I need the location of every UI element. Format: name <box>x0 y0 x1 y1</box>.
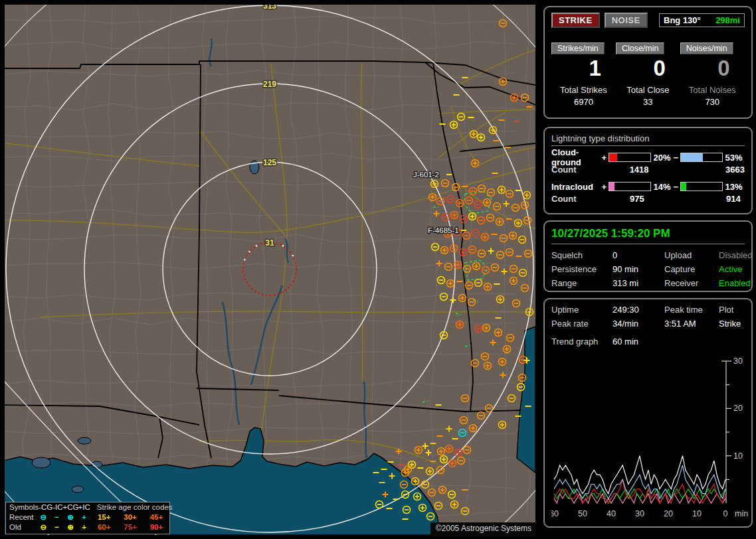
status-value: 0 <box>613 250 664 260</box>
session-panel: Uptime 249:30 Peak time Plot Peak rate 3… <box>543 298 753 528</box>
peak-time-label: Peak time <box>664 305 719 315</box>
cg-pos-count: 1418 <box>619 165 725 177</box>
legend-old-label: Old <box>6 522 37 532</box>
cloud-ground-count-row: Count 1418 3663 <box>551 165 745 177</box>
svg-text:J-601-2: J-601-2 <box>413 171 439 179</box>
peak-rate-value: 34/min <box>613 319 664 329</box>
age-45-label: 45+ <box>143 512 169 522</box>
nexstorm-window: 31321912531J-601-2F-4685-1 Symbols -CG -… <box>0 0 756 539</box>
legend-header-cg-neg: -CG <box>39 502 52 512</box>
ic-pos-bar <box>609 182 651 191</box>
peak-rate-label: Peak rate <box>551 319 613 329</box>
cloud-ground-row: Cloud-ground + 20% − 53% <box>551 151 745 163</box>
ic-neg-old-icon: − <box>50 522 63 532</box>
total-noises-label: Total Noises <box>680 85 745 95</box>
strike-mode-button[interactable]: STRIKE <box>551 13 600 28</box>
plus-sign: + <box>601 153 607 163</box>
status-grid: Squelch0UploadDisabledPersistence90 minC… <box>551 250 745 288</box>
lightning-map[interactable]: 31321912531J-601-2F-4685-1 Symbols -CG -… <box>5 5 535 535</box>
uptime-value: 249:30 <box>613 305 664 315</box>
svg-text:219: 219 <box>263 80 276 89</box>
distribution-title: Lightning type distribution <box>551 133 745 146</box>
status-label: Range <box>551 278 613 288</box>
strikes-per-min-chip: Strikes/min <box>551 42 605 54</box>
legend-symbols-label: Symbols <box>6 502 39 512</box>
svg-text:20: 20 <box>733 404 743 413</box>
plot-label: Plot <box>719 305 745 315</box>
ic-neg-recent-icon: − <box>50 512 63 522</box>
status-label: Upload <box>664 250 719 260</box>
noises-per-min-value: 0 <box>680 56 745 81</box>
legend-header-ic-neg: -IC <box>52 502 62 512</box>
age-60-label: 60+ <box>91 522 117 532</box>
ic-pos-count: 975 <box>619 194 726 206</box>
count-label: Count <box>551 194 619 206</box>
svg-text:10: 10 <box>692 509 702 518</box>
ic-neg-pct: 13% <box>725 182 745 192</box>
lightning-distribution-panel: Lightning type distribution Cloud-ground… <box>543 127 753 214</box>
svg-text:F-4685-1: F-4685-1 <box>428 226 459 234</box>
svg-text:50: 50 <box>578 509 587 518</box>
map-legend: Symbols -CG -IC +CG +IC Strike age color… <box>5 502 170 534</box>
cg-neg-bar <box>680 153 723 162</box>
age-90-label: 90+ <box>143 522 169 532</box>
trend-graph-label: Trend graph <box>551 337 613 346</box>
ic-neg-bar <box>680 182 723 191</box>
sidebar: STRIKE NOISE Bng 130° 298mi Strikes/min … <box>538 0 754 539</box>
legend-recent-label: Recent <box>6 512 37 522</box>
total-close-value: 33 <box>616 97 680 107</box>
status-value: 313 mi <box>613 278 664 288</box>
minus-sign: − <box>673 182 679 192</box>
plus-sign: + <box>601 182 607 192</box>
svg-text:min: min <box>735 509 748 518</box>
close-per-min-column: Close/min 0 Total Close 33 <box>616 42 680 107</box>
intracloud-count-row: Count 975 914 <box>551 194 745 206</box>
datetime-display: 10/27/2025 1:59:20 PM <box>551 227 745 244</box>
age-15-label: 15+ <box>91 512 117 522</box>
svg-text:0: 0 <box>723 509 728 518</box>
cg-pos-pct: 20% <box>654 153 673 163</box>
minus-sign: − <box>673 153 679 163</box>
age-30-label: 30+ <box>117 512 143 522</box>
total-close-label: Total Close <box>616 85 680 95</box>
intracloud-row: Intracloud + 14% − 13% <box>551 181 745 193</box>
close-per-min-value: 0 <box>616 56 680 81</box>
status-value: 90 min <box>613 264 664 274</box>
svg-text:30: 30 <box>635 509 644 518</box>
copyright-text: ©2005 Astrogenic Systems <box>430 522 535 536</box>
trend-chart: 1020306050403020100min <box>551 353 745 521</box>
cg-neg-recent-icon: ⊖ <box>37 512 50 522</box>
total-strikes-value: 6970 <box>551 97 616 107</box>
svg-text:313: 313 <box>263 5 276 11</box>
strikes-per-min-value: 1 <box>551 56 616 81</box>
cg-pos-bar <box>609 153 651 162</box>
map-canvas: 31321912531J-601-2F-4685-1 <box>5 5 535 535</box>
uptime-label: Uptime <box>551 305 613 315</box>
cg-neg-count: 3663 <box>725 165 745 177</box>
trend-window-value: 60 min <box>613 337 664 346</box>
trend-setting-row: Trend graph 60 min <box>551 337 745 346</box>
svg-text:40: 40 <box>607 509 616 518</box>
svg-text:60: 60 <box>551 509 559 518</box>
svg-text:31: 31 <box>265 238 274 248</box>
status-value: Active <box>719 264 753 274</box>
status-panel: 10/27/2025 1:59:20 PM Squelch0UploadDisa… <box>543 220 753 292</box>
total-strikes-label: Total Strikes <box>551 85 616 95</box>
cg-pos-recent-icon: ⊕ <box>64 512 77 522</box>
noises-per-min-column: Noises/min 0 Total Noises 730 <box>680 42 745 107</box>
noise-mode-button[interactable]: NOISE <box>605 13 648 28</box>
intracloud-label: Intracloud <box>551 182 601 192</box>
svg-text:30: 30 <box>733 356 743 366</box>
plot-mode-value: Strike <box>719 319 745 329</box>
ic-pos-old-icon: + <box>77 522 90 532</box>
strike-stats-panel: STRIKE NOISE Bng 130° 298mi Strikes/min … <box>543 6 753 119</box>
close-per-min-chip: Close/min <box>616 42 665 54</box>
status-value: Disabled <box>719 250 753 260</box>
cg-pos-old-icon: ⊕ <box>64 522 77 532</box>
cg-neg-old-icon: ⊖ <box>37 522 50 532</box>
trend-chart-canvas: 1020306050403020100min <box>551 353 751 519</box>
status-label: Persistence <box>551 264 613 274</box>
legend-age-title: Strike age color codes <box>90 502 173 512</box>
strikes-per-min-column: Strikes/min 1 Total Strikes 6970 <box>551 42 616 107</box>
ic-neg-count: 914 <box>726 194 741 206</box>
